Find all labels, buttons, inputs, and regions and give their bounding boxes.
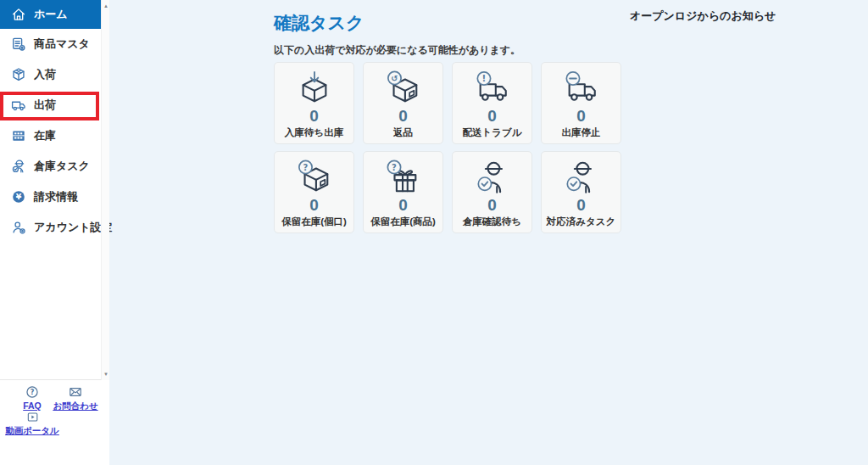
task-card-shipment-stopped[interactable]: 0 出庫停止 [541, 62, 621, 144]
task-card-awaiting-inbound-shipment[interactable]: 0 入庫待ち出庫 [274, 62, 354, 144]
task-label: 配送トラブル [462, 126, 521, 139]
account-gear-icon [11, 220, 26, 235]
task-label: 対応済みタスク [547, 216, 616, 228]
faq-link-label: FAQ [23, 401, 42, 411]
svg-text:¥: ¥ [16, 192, 22, 201]
task-count: 0 [487, 107, 497, 126]
task-count: 0 [487, 196, 497, 215]
svg-text:?: ? [303, 163, 308, 172]
box-return-icon: ↺ [384, 70, 423, 106]
home-icon [11, 7, 26, 22]
sidebar-item-inventory[interactable]: 在庫 [0, 120, 101, 151]
scroll-up-arrow-icon[interactable]: ▲ [102, 2, 110, 10]
scroll-down-arrow-icon[interactable]: ▼ [102, 370, 110, 378]
box-arrow-down-icon [295, 70, 334, 106]
sidebar-nav: ホーム 商品マスタ 入荷 [0, 0, 101, 243]
outbound-truck-icon [11, 98, 26, 113]
sidebar-item-label: 在庫 [34, 128, 56, 143]
sidebar-item-label: 出荷 [34, 98, 56, 113]
sidebar-item-warehouse-task[interactable]: 倉庫タスク [0, 151, 101, 182]
task-count: 0 [398, 196, 408, 215]
sidebar: ホーム 商品マスタ 入荷 [0, 0, 109, 465]
task-label: 倉庫確認待ち [463, 216, 521, 228]
sidebar-scrollbar[interactable]: ▲ ▼ [101, 0, 109, 380]
billing-yen-icon: ¥ [11, 189, 26, 204]
sidebar-item-billing[interactable]: ¥ 請求情報 [0, 182, 101, 212]
warehouse-worker-icon [11, 159, 26, 174]
gift-question-icon: ? [384, 160, 423, 195]
sidebar-item-label: 倉庫タスク [34, 159, 90, 174]
task-label: 保留在庫(商品) [370, 216, 436, 228]
page-title: 確認タスク [274, 11, 364, 35]
news-panel-title: オープンロジからのお知らせ [630, 8, 776, 24]
contact-link[interactable]: お問合わせ [51, 385, 100, 412]
sidebar-item-account-settings[interactable]: アカウント設定 [0, 212, 101, 243]
sidebar-item-product-master[interactable]: 商品マスタ [0, 29, 101, 59]
task-label: 保留在庫(個口) [281, 216, 347, 228]
sidebar-item-label: ホーム [34, 7, 68, 22]
svg-text:!: ! [481, 73, 486, 83]
task-label: 入庫待ち出庫 [285, 126, 343, 139]
task-card-completed-tasks[interactable]: 0 対応済みタスク [541, 151, 621, 233]
video-portal-link-label: 動画ポータル [5, 425, 59, 437]
task-card-awaiting-warehouse-confirmation[interactable]: 0 倉庫確認待ち [452, 151, 532, 233]
contact-link-label: お問合わせ [53, 401, 97, 412]
box-question-icon: ? [295, 160, 334, 195]
page-subtitle: 以下の入出荷で対応が必要になる可能性があります。 [274, 43, 520, 58]
task-label: 返品 [393, 126, 413, 139]
product-master-icon [11, 36, 26, 52]
inbound-box-icon [11, 67, 26, 82]
truck-alert-icon: ! [473, 70, 512, 106]
task-card-returns[interactable]: ↺ 0 返品 [363, 62, 443, 144]
task-card-grid: 0 入庫待ち出庫 ↺ 0 返品 ! 0 配送トラブル [274, 62, 621, 233]
video-portal-link[interactable]: 動画ポータル [5, 411, 59, 437]
task-label: 出庫停止 [562, 126, 601, 139]
task-count: 0 [576, 196, 586, 215]
video-portal-icon [26, 411, 39, 423]
svg-text:↺: ↺ [391, 74, 398, 83]
question-circle-icon: ? [25, 385, 39, 399]
task-card-held-stock-parcels[interactable]: ? 0 保留在庫(個口) [274, 151, 354, 233]
task-count: 0 [398, 107, 408, 126]
sidebar-item-label: 入荷 [34, 67, 56, 82]
worker-check-icon [562, 160, 601, 195]
svg-text:?: ? [392, 163, 397, 172]
task-card-delivery-trouble[interactable]: ! 0 配送トラブル [452, 62, 532, 144]
sidebar-item-home[interactable]: ホーム [0, 0, 101, 29]
task-count: 0 [309, 196, 319, 215]
sidebar-item-outbound[interactable]: 出荷 [0, 90, 101, 120]
sidebar-item-inbound[interactable]: 入荷 [0, 59, 101, 90]
svg-text:?: ? [31, 389, 35, 396]
inventory-shelf-icon [11, 128, 26, 143]
sidebar-item-label: 商品マスタ [34, 36, 90, 52]
task-count: 0 [309, 107, 319, 126]
worker-check-icon [473, 160, 512, 195]
task-count: 0 [576, 107, 586, 126]
sidebar-nav-area: ホーム 商品マスタ 入荷 [0, 0, 109, 380]
sidebar-item-label: 請求情報 [34, 189, 78, 204]
faq-link[interactable]: ? FAQ [17, 385, 47, 411]
task-card-held-stock-items[interactable]: ? 0 保留在庫(商品) [363, 151, 443, 233]
truck-stop-icon [562, 70, 601, 106]
mail-icon [69, 385, 82, 399]
